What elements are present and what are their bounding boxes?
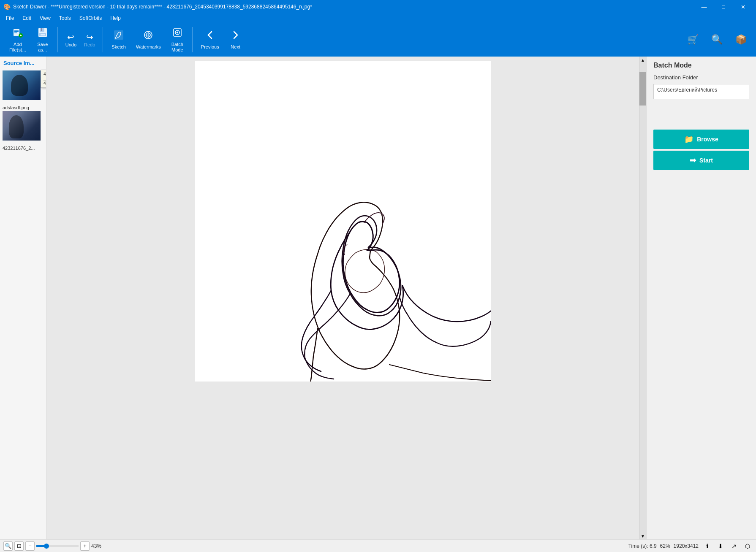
next-label: Next xyxy=(231,44,240,50)
batch-mode-icon xyxy=(171,27,183,40)
vertical-scrollbar[interactable]: ▲ ▼ xyxy=(639,57,646,539)
sketch-button[interactable]: Sketch xyxy=(107,25,130,54)
zoom-plus-button[interactable]: + xyxy=(80,541,90,551)
toolbar-group-nav: Previous Next xyxy=(195,24,248,55)
scroll-thumb[interactable] xyxy=(639,72,646,106)
canvas-area xyxy=(46,57,639,539)
statusbar: 🔍 ⊡ − + 43% Time (s): 6.9 62% 1920x3412 … xyxy=(0,539,756,552)
redo-label: Redo xyxy=(84,42,95,47)
zoom-info: 62% xyxy=(660,543,670,549)
info-button[interactable]: ℹ xyxy=(702,541,712,551)
undo-group: ↩ Undo ↪ Redo xyxy=(62,30,99,49)
undo-button[interactable]: ↩ Undo xyxy=(62,30,80,49)
maximize-button[interactable]: □ xyxy=(714,0,733,14)
zoom-controls: 🔍 ⊡ − + 43% xyxy=(3,541,101,551)
canvas-right-border xyxy=(639,57,639,539)
scroll-track xyxy=(639,106,646,533)
refined-sketch xyxy=(195,61,491,382)
source-item-1[interactable]: 423211676_2045340399178838_5928688245864… xyxy=(2,70,44,101)
previous-label: Previous xyxy=(201,44,219,50)
next-button[interactable]: Next xyxy=(225,25,246,54)
batch-mode-label: BatchMode xyxy=(171,42,183,53)
sketch-label: Sketch xyxy=(111,44,126,50)
watermarks-button[interactable]: Watermarks xyxy=(132,25,165,54)
app-icon: 🎨 xyxy=(3,3,11,10)
menu-tools[interactable]: Tools xyxy=(55,14,75,22)
menu-view[interactable]: View xyxy=(35,14,55,22)
save-as-icon xyxy=(37,27,49,40)
destination-folder-path: C:\Users\Евгений\Pictures xyxy=(653,84,749,99)
window-title: Sketch Drawer - ****Unregistered version… xyxy=(13,4,312,10)
zoom-slider-thumb[interactable] xyxy=(44,544,49,549)
download-button[interactable]: ⬇ xyxy=(715,541,726,551)
undo-label: Undo xyxy=(65,42,76,47)
menu-edit[interactable]: Edit xyxy=(18,14,35,22)
zoom-slider[interactable] xyxy=(36,545,79,547)
svg-rect-6 xyxy=(20,35,21,36)
canvas-content xyxy=(195,61,491,382)
toolbar-right-icons: 🛒 🔍 📦 xyxy=(681,24,753,55)
source-item-2-name: adsfasdf.png xyxy=(3,104,44,111)
source-item-2[interactable]: adsfasdf.png xyxy=(2,103,44,141)
minimize-button[interactable]: — xyxy=(694,0,714,14)
watermarks-label: Watermarks xyxy=(136,44,161,50)
add-files-icon xyxy=(12,27,24,40)
toolbar-group-undo: ↩ Undo ↪ Redo xyxy=(60,24,101,55)
source-item-3-name: 423211676_2... xyxy=(3,145,44,152)
start-button[interactable]: ➡ Start xyxy=(653,151,749,170)
menu-softorbits[interactable]: SoftOrbits xyxy=(75,14,106,22)
batch-mode-title: Batch Mode xyxy=(647,57,756,73)
menubar: File Edit View Tools SoftOrbits Help xyxy=(0,14,756,23)
titlebar-controls: — □ ✕ xyxy=(694,0,753,14)
previous-button[interactable]: Previous xyxy=(197,25,223,54)
dimensions-info: 1920x3412 xyxy=(674,543,699,549)
share-button[interactable]: ↗ xyxy=(729,541,739,551)
folder-icon: 📁 xyxy=(684,135,693,144)
browse-label: Browse xyxy=(697,136,718,143)
zoom-view-button[interactable]: 🔍 xyxy=(3,541,13,551)
source-panel: Source Im... 423211676_2045340399178838_… xyxy=(0,57,46,539)
right-panel-space xyxy=(647,101,756,126)
source-item-3[interactable]: 423211676_2... xyxy=(2,143,44,152)
redo-icon: ↪ xyxy=(86,32,93,42)
menu-file[interactable]: File xyxy=(2,14,18,22)
source-thumb-1 xyxy=(3,70,41,100)
previous-icon xyxy=(204,29,216,43)
toolbar-sep-3 xyxy=(192,27,193,52)
close-button[interactable]: ✕ xyxy=(733,0,753,14)
toolbar-sep-2 xyxy=(103,27,103,52)
sketch-icon xyxy=(113,29,125,43)
right-panel: Batch Mode Destination Folder C:\Users\Е… xyxy=(646,57,756,539)
cube-button[interactable]: 📦 xyxy=(731,25,751,54)
toolbar-sep-1 xyxy=(57,27,58,52)
save-as-label: Saveas... xyxy=(37,42,48,53)
source-tooltip-1: 423211676_2045340399178838_5928688245864… xyxy=(41,70,46,88)
batch-mode-button[interactable]: BatchMode xyxy=(167,25,188,54)
browse-button[interactable]: 📁 Browse xyxy=(653,130,749,149)
fit-view-button[interactable]: ⊡ xyxy=(14,541,24,551)
menu-help[interactable]: Help xyxy=(106,14,125,22)
zoom-minus-button[interactable]: − xyxy=(25,541,35,551)
main-area: Source Im... 423211676_2045340399178838_… xyxy=(0,57,756,539)
add-files-button[interactable]: AddFile(s)... xyxy=(5,25,30,54)
zoom-slider-fill xyxy=(36,545,45,547)
status-right: Time (s): 6.9 62% 1920x3412 ℹ ⬇ ↗ ⬡ xyxy=(628,541,753,551)
canvas-inner xyxy=(46,57,639,539)
svg-rect-3 xyxy=(14,32,17,33)
toolbar: AddFile(s)... Saveas... ↩ Undo xyxy=(0,23,756,57)
source-panel-scroll[interactable]: 423211676_2045340399178838_5928688245864… xyxy=(0,68,46,539)
svg-rect-2 xyxy=(14,31,19,32)
search-button[interactable]: 🔍 xyxy=(707,25,727,54)
scroll-down-button[interactable]: ▼ xyxy=(639,533,646,539)
start-arrow-icon: ➡ xyxy=(690,156,696,165)
cart-button[interactable]: 🛒 xyxy=(683,25,703,54)
svg-rect-11 xyxy=(41,34,45,35)
zoom-percentage: 43% xyxy=(91,543,101,549)
save-as-button[interactable]: Saveas... xyxy=(32,25,53,54)
start-label: Start xyxy=(699,157,713,164)
redo-button[interactable]: ↪ Redo xyxy=(81,30,98,49)
source-thumb-2 xyxy=(3,111,41,141)
cube-status-button[interactable]: ⬡ xyxy=(742,541,753,551)
destination-folder-label: Destination Folder xyxy=(647,73,756,82)
scroll-up-button[interactable]: ▲ xyxy=(639,57,646,63)
